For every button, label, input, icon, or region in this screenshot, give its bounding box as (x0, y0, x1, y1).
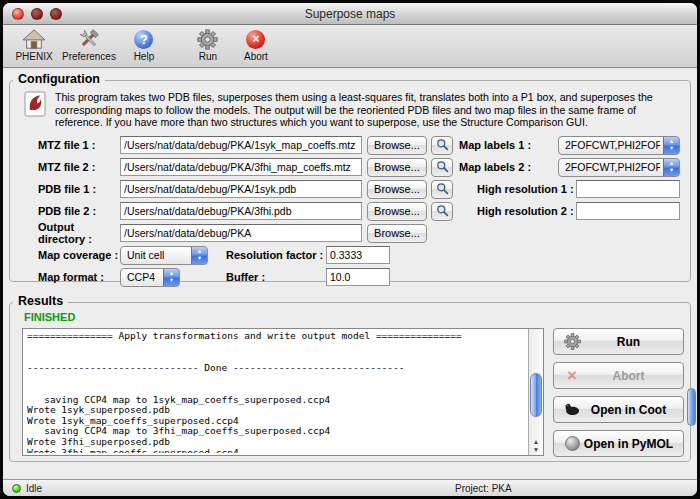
scroll-up-icon[interactable]: ▲ (533, 438, 539, 446)
mtz-file-1-input[interactable] (120, 136, 362, 154)
map-labels-2-select[interactable]: 2FOFCWT,PHI2FOF... ▲▼ (558, 158, 680, 177)
buffer-input[interactable] (326, 268, 390, 286)
pdb-file-2-label: PDB file 2 : (38, 205, 120, 217)
program-description-text: This program takes two PDB files, superp… (55, 91, 655, 129)
resolution-factor-input[interactable] (326, 246, 390, 264)
status-led-icon (12, 484, 21, 493)
pdb-file-1-browse-button[interactable]: Browse... (367, 180, 427, 199)
log-scrollbar-thumb[interactable] (530, 373, 542, 417)
gear-icon (562, 333, 582, 350)
high-resolution-1-input[interactable] (576, 180, 680, 198)
zoom-button[interactable] (50, 8, 62, 20)
pdb-file-1-input[interactable] (120, 180, 362, 198)
panel-scrollbar-thumb[interactable] (687, 388, 696, 426)
home-icon (22, 27, 46, 51)
status-bar: Idle Project: PKA (3, 479, 697, 496)
pdb-file-1-inspect-button[interactable] (431, 180, 453, 199)
map-labels-1-block: Map labels 1 : 2FOFCWT,PHI2FOF... ▲▼ (459, 136, 680, 155)
chevron-updown-icon: ▲▼ (663, 158, 680, 177)
configuration-group: Configuration This program takes two PDB… (9, 80, 691, 282)
output-directory-input[interactable] (120, 224, 362, 242)
abort-icon: × (246, 27, 265, 51)
title-bar[interactable]: Superpose maps (3, 3, 697, 25)
main-panel: Configuration This program takes two PDB… (3, 68, 697, 479)
map-coverage-row: Map coverage : Unit cell ▲▼ Resolution f… (14, 244, 686, 266)
toolbar-help-label: Help (134, 51, 155, 62)
open-in-coot-button-label: Open in Coot (582, 403, 675, 417)
log-output-area[interactable]: =============== Apply transformations an… (22, 328, 544, 456)
mtz-file-1-label: MTZ file 1 : (38, 139, 120, 151)
map-coverage-label: Map coverage : (38, 249, 120, 261)
pdb-file-1-label: PDB file 1 : (38, 183, 120, 195)
log-scrollbar[interactable]: ▲ ▼ (528, 329, 543, 455)
map-labels-2-label: Map labels 2 : (459, 161, 558, 173)
magnifier-icon (436, 182, 449, 197)
mtz-file-2-row: MTZ file 2 : Browse... Map labels 2 : 2F… (14, 156, 686, 178)
toolbar-preferences-button[interactable]: Preferences (59, 27, 119, 62)
map-labels-1-select[interactable]: 2FOFCWT,PHI2FOF... ▲▼ (558, 136, 680, 155)
map-format-label: Map format : (38, 271, 120, 283)
magnifier-icon (436, 204, 449, 219)
high-resolution-2-input[interactable] (576, 202, 680, 220)
run-button[interactable]: Run (553, 328, 684, 355)
run-button-label: Run (582, 335, 675, 349)
program-description: This program takes two PDB files, superp… (14, 89, 686, 134)
mtz-file-1-browse-button[interactable]: Browse... (367, 136, 427, 155)
app-window: Superpose maps PHENIX (3, 3, 697, 496)
open-in-pymol-button-label: Open in PyMOL (582, 437, 675, 451)
tools-icon (78, 27, 100, 51)
map-coverage-select[interactable]: Unit cell ▲▼ (120, 246, 208, 265)
mtz-file-2-input[interactable] (120, 158, 362, 176)
gear-icon (197, 27, 218, 51)
pdb-file-2-row: PDB file 2 : Browse... High resolution 2… (14, 200, 686, 222)
configuration-section-title: Configuration (13, 72, 105, 86)
output-directory-label: Output directory : (38, 221, 120, 245)
toolbar-abort-button[interactable]: × Abort (233, 27, 279, 62)
map-labels-2-block: Map labels 2 : 2FOFCWT,PHI2FOF... ▲▼ (459, 158, 680, 177)
results-section-title: Results (13, 294, 68, 308)
open-in-coot-button[interactable]: Open in Coot (553, 396, 684, 423)
close-button[interactable] (12, 8, 24, 20)
toolbar-run-label: Run (199, 51, 217, 62)
project-label: Project: PKA (455, 483, 512, 494)
abort-button-label: Abort (582, 369, 675, 383)
high-resolution-2-label: High resolution 2 : (477, 205, 576, 217)
abort-button[interactable]: × Abort (553, 362, 684, 389)
coot-bird-icon (562, 403, 582, 417)
map-format-value: CCP4 (127, 271, 155, 283)
help-icon: ? (134, 27, 153, 51)
mtz-file-2-browse-button[interactable]: Browse... (367, 158, 427, 177)
map-format-select[interactable]: CCP4 ▲▼ (120, 268, 180, 287)
pdb-file-2-browse-button[interactable]: Browse... (367, 202, 427, 221)
map-labels-1-value: 2FOFCWT,PHI2FOF... (565, 139, 660, 151)
map-format-row: Map format : CCP4 ▲▼ Buffer : (14, 266, 686, 288)
pdb-file-2-inspect-button[interactable] (431, 202, 453, 221)
mtz-file-2-inspect-button[interactable] (431, 158, 453, 177)
log-scrollbar-arrows[interactable]: ▲ ▼ (529, 438, 543, 453)
output-directory-browse-button[interactable]: Browse... (367, 224, 427, 243)
toolbar: PHENIX Preferences ? (3, 25, 697, 68)
map-coverage-value: Unit cell (127, 249, 164, 261)
output-directory-row: Output directory : Browse... (14, 222, 686, 244)
scroll-down-icon[interactable]: ▼ (533, 446, 539, 454)
open-in-pymol-button[interactable]: Open in PyMOL (553, 430, 684, 457)
minimize-button[interactable] (31, 8, 43, 20)
phenix-program-icon (24, 91, 46, 121)
map-labels-2-value: 2FOFCWT,PHI2FOF... (565, 161, 660, 173)
toolbar-phenix-label: PHENIX (15, 51, 52, 62)
toolbar-run-button[interactable]: Run (185, 27, 231, 62)
toolbar-phenix-button[interactable]: PHENIX (11, 27, 57, 62)
window-title: Superpose maps (305, 7, 396, 21)
magnifier-icon (436, 160, 449, 175)
high-resolution-1-block: High resolution 1 : (477, 180, 680, 198)
chevron-updown-icon: ▲▼ (663, 136, 680, 155)
toolbar-help-button[interactable]: ? Help (121, 27, 167, 62)
buffer-label: Buffer : (226, 271, 326, 283)
pymol-icon (562, 436, 582, 451)
mtz-file-1-inspect-button[interactable] (431, 136, 453, 155)
log-output-text: =============== Apply transformations an… (27, 331, 525, 453)
pdb-file-1-row: PDB file 1 : Browse... High resolution 1… (14, 178, 686, 200)
status-text: Idle (26, 483, 42, 494)
toolbar-abort-label: Abort (244, 51, 268, 62)
pdb-file-2-input[interactable] (120, 202, 362, 220)
